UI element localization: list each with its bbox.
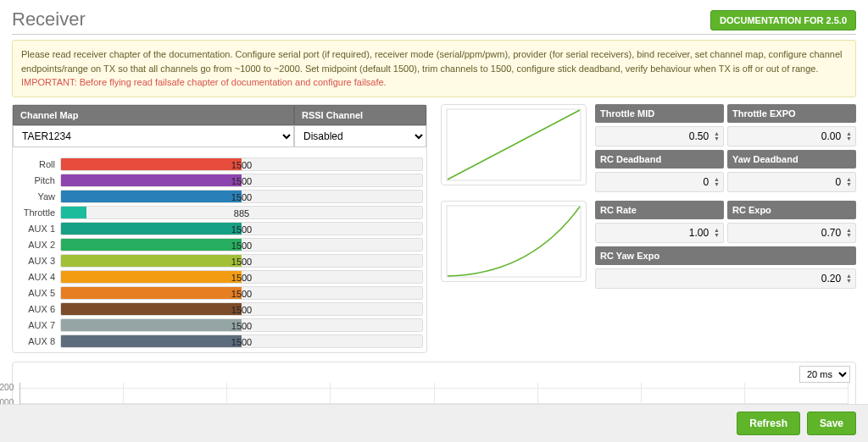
spinner-icon[interactable]: ▲▼ [712,131,721,141]
history-ytick: 2200 [0,383,14,392]
channel-label: AUX 2 [16,240,60,250]
channel-row: AUX 31500 [16,254,423,268]
channel-bar: 1500 [60,157,423,171]
channel-value: 1500 [231,191,252,203]
rssi-channel-header: RSSI Channel [294,105,426,125]
spinner-icon[interactable]: ▲▼ [712,177,721,187]
throttle-mid-input[interactable] [598,129,712,144]
channel-label: AUX 3 [16,256,60,266]
yaw-deadband-input[interactable] [730,174,844,190]
channel-bar: 1500 [60,286,423,300]
spinner-icon[interactable]: ▲▼ [844,131,854,141]
spinner-icon[interactable]: ▲▼ [844,177,854,187]
channel-bar: 1500 [60,270,423,284]
channel-bar: 1500 [60,190,423,203]
channel-value: 1500 [231,158,252,171]
channel-row: Yaw1500 [16,190,423,203]
channel-row: AUX 21500 [16,238,423,251]
channel-row: AUX 11500 [16,222,423,235]
channel-row: AUX 71500 [16,318,423,332]
channel-label: Yaw [16,191,60,202]
channel-label: AUX 6 [16,304,60,314]
svg-line-1 [448,110,580,180]
channel-value: 1500 [231,223,252,235]
notice-text: Please read receiver chapter of the docu… [21,49,842,74]
rc-expo-label: RC Expo [727,201,856,219]
refresh-button[interactable]: Refresh [737,412,800,428]
channel-label: Throttle [16,207,60,218]
history-interval-select[interactable]: 20 ms [799,366,850,383]
channel-value: 1500 [231,239,252,251]
info-notice: Please read receiver chapter of the docu… [12,40,856,97]
spinner-icon[interactable]: ▲▼ [844,228,854,238]
important-label: IMPORTANT: [21,77,77,87]
rc-deadband-input[interactable] [598,174,712,190]
channel-map-header: Channel Map [13,105,294,125]
channel-label: AUX 8 [16,336,60,346]
throttle-expo-input[interactable] [730,129,844,144]
channel-value: 1500 [231,319,252,332]
rc-tuning-grid: RC Rate RC Expo ▲▼ ▲▼ RC Yaw Expo ▲▼ [595,201,856,289]
footer-bar: Refresh Save [0,404,868,428]
throttle-tuning-grid: Throttle MID Throttle EXPO ▲▼ ▲▼ RC Dead… [595,104,856,192]
channel-row: AUX 41500 [16,270,423,284]
channel-value: 1500 [231,174,252,187]
rc-expo-input[interactable] [730,225,844,240]
channel-row: Throttle885 [16,206,423,219]
channel-value: 1500 [231,303,252,316]
channel-label: Pitch [16,175,60,185]
throttle-mid-label: Throttle MID [595,104,724,123]
channel-label: AUX 7 [16,320,60,330]
documentation-button[interactable]: DOCUMENTATION FOR 2.5.0 [710,10,856,30]
channel-bar: 1500 [60,334,423,348]
channel-row: Roll1500 [16,157,423,171]
channel-bar: 1500 [60,254,423,268]
channel-map-select[interactable]: TAER1234 [13,125,294,147]
yaw-deadband-label: Yaw Deadband [727,150,856,169]
channel-value: 1500 [231,335,252,348]
rc-curve-chart [441,201,587,282]
throttle-expo-label: Throttle EXPO [727,104,856,123]
channel-label: AUX 4 [16,272,60,282]
rc-yaw-expo-label: RC Yaw Expo [595,246,856,265]
save-button[interactable]: Save [807,412,856,428]
channel-label: Roll [16,159,60,169]
channel-bar: 1500 [60,238,423,251]
channel-row: Pitch1500 [16,174,423,187]
channel-bar: 885 [60,206,423,219]
rc-rate-label: RC Rate [595,201,724,219]
channel-bar: 1500 [60,318,423,332]
channel-bar: 1500 [60,302,423,316]
channels-list: Roll1500Pitch1500Yaw1500Throttle885AUX 1… [13,147,426,352]
channel-value: 885 [234,207,249,219]
important-text: Before flying read failsafe chapter of d… [77,77,387,87]
rssi-channel-select[interactable]: Disabled [294,125,426,147]
channel-value: 1500 [231,287,252,300]
rc-deadband-label: RC Deadband [595,150,724,169]
channel-row: AUX 61500 [16,302,423,316]
channel-bar: 1500 [60,222,423,235]
svg-rect-2 [447,206,581,277]
channel-row: AUX 51500 [16,286,423,300]
page-title: Receiver [12,8,86,30]
spinner-icon[interactable]: ▲▼ [844,273,854,284]
channel-value: 1500 [231,271,252,284]
rc-rate-input[interactable] [598,225,712,240]
channel-row: AUX 81500 [16,334,423,348]
channel-value: 1500 [231,255,252,268]
spinner-icon[interactable]: ▲▼ [712,228,721,238]
rc-yaw-expo-input[interactable] [598,271,844,286]
throttle-curve-chart [441,104,587,185]
channel-label: AUX 1 [16,224,60,234]
channel-label: AUX 5 [16,288,60,298]
channel-bar: 1500 [60,174,423,187]
